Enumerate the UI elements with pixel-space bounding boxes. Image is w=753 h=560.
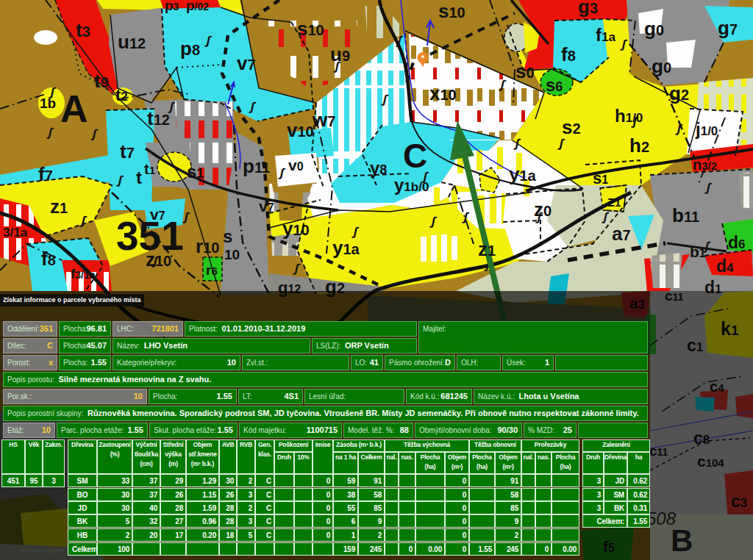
- svg-text:*: *: [421, 54, 425, 62]
- svg-text:1b: 1b: [40, 96, 56, 111]
- svg-text:t1: t1: [144, 161, 155, 177]
- svg-text:10: 10: [224, 247, 240, 262]
- svg-text:p3: p3: [165, 0, 179, 13]
- svg-text:p/02: p/02: [186, 0, 209, 13]
- svg-text:s: s: [223, 226, 232, 246]
- svg-text:g3: g3: [578, 0, 598, 18]
- svg-text:z1: z1: [607, 193, 621, 209]
- svg-text:3/1a: 3/1a: [3, 226, 28, 240]
- svg-text:t: t: [136, 168, 142, 187]
- svg-text:C: C: [403, 137, 427, 175]
- svg-text:n3/2: n3/2: [693, 157, 717, 173]
- svg-text:r6: r6: [206, 262, 218, 278]
- svg-text:f3/1a: f3/1a: [71, 266, 96, 281]
- svg-text:A: A: [60, 87, 88, 130]
